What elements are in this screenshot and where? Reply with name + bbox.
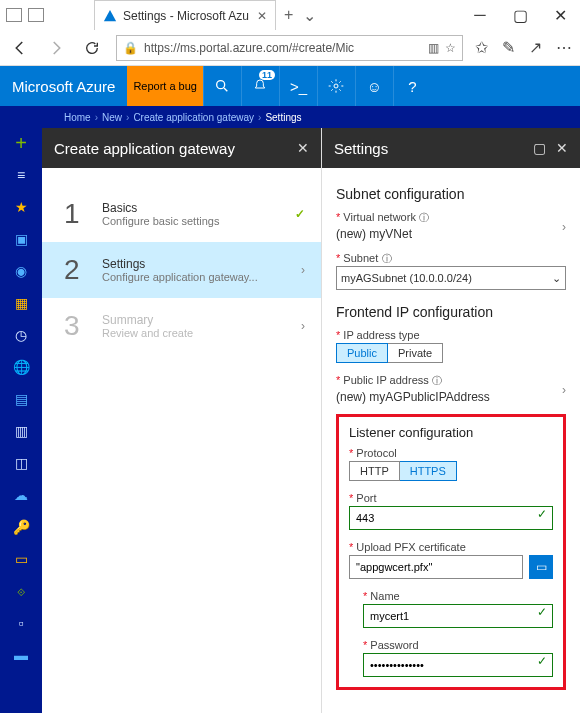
breadcrumb-current: Settings [265,112,301,123]
cert-name-input[interactable] [363,604,553,628]
check-icon: ✓ [537,604,547,618]
more-icon[interactable]: ⋯ [556,38,572,57]
svg-point-1 [217,81,225,89]
step-subtitle: Configure basic settings [102,215,219,227]
vnet-field[interactable]: Virtual network ⓘ (new) myVNet › [336,210,566,241]
billing-icon[interactable]: ▬ [11,646,31,664]
monitor-icon[interactable]: ▥ [11,422,31,440]
tab-group-icon[interactable] [6,8,22,22]
browse-file-button[interactable]: ▭ [529,555,553,579]
search-icon[interactable] [203,66,241,106]
check-icon: ✓ [537,653,547,667]
favorites-star-icon[interactable]: ★ [11,198,31,216]
tab-close-icon[interactable]: ✕ [257,9,267,23]
azure-brand[interactable]: Microsoft Azure [0,78,127,95]
resource-groups-icon[interactable]: ◉ [11,262,31,280]
share-icon[interactable]: ↗ [529,38,542,57]
cert-password-input[interactable] [363,653,553,677]
check-icon: ✓ [295,207,305,221]
storage-icon[interactable]: ▭ [11,550,31,568]
help-icon[interactable]: ? [393,66,431,106]
breadcrumb: Home› New› Create application gateway› S… [0,106,580,128]
favorite-icon[interactable]: ☆ [445,41,456,55]
key-icon[interactable]: 🔑 [11,518,31,536]
step-subtitle: Configure application gateway... [102,271,258,283]
all-services-icon[interactable]: ≡ [11,166,31,184]
pubip-value: (new) myAGPublicIPAddress [336,390,566,404]
window-titlebar: Settings - Microsoft Azu ✕ + ⌄ ─ ▢ ✕ [0,0,580,30]
tab-overflow-button[interactable]: ⌄ [303,6,316,25]
breadcrumb-item[interactable]: Create application gateway [133,112,254,123]
settings-gear-icon[interactable] [317,66,355,106]
protocol-label: Protocol [349,447,397,459]
blade-title: Settings [334,140,388,157]
port-label: Port [349,492,377,504]
favorites-hub-icon[interactable]: ✩ [475,38,488,57]
address-bar[interactable]: 🔒 https://ms.portal.azure.com/#create/Mi… [116,35,463,61]
left-rail: + ≡ ★ ▣ ◉ ▦ ◷ 🌐 ▤ ▥ ◫ ☁ 🔑 ▭ ⟐ ▫ ▬ [0,128,42,713]
lock-icon: 🔒 [123,41,138,55]
more-rail-icon[interactable]: ▫ [11,614,31,632]
pubip-field[interactable]: Public IP address ⓘ (new) myAGPublicIPAd… [336,373,566,404]
globe-icon[interactable]: 🌐 [11,358,31,376]
cloud-icon[interactable]: ☁ [11,486,31,504]
sql-icon[interactable]: ▤ [11,390,31,408]
notification-badge: 11 [259,70,275,80]
workspace: + ≡ ★ ▣ ◉ ▦ ◷ 🌐 ▤ ▥ ◫ ☁ 🔑 ▭ ⟐ ▫ ▬ Create… [0,128,580,713]
protocol-http-option[interactable]: HTTP [349,461,400,481]
tab-group-icon[interactable] [28,8,44,22]
wizard-step-summary[interactable]: 3 Summary Review and create › [42,298,321,354]
cloud-shell-icon[interactable]: >_ [279,66,317,106]
app-services-icon[interactable]: ▦ [11,294,31,312]
dashboard-icon[interactable]: ▣ [11,230,31,248]
network-icon[interactable]: ◫ [11,454,31,472]
azure-favicon-icon [103,9,117,23]
subnet-value: myAGSubnet (10.0.0.0/24) [341,272,472,284]
notifications-icon[interactable]: 11 [241,66,279,106]
iptype-private-option[interactable]: Private [388,343,443,363]
step-title: Basics [102,201,219,215]
iptype-public-option[interactable]: Public [336,343,388,363]
subnet-select[interactable]: myAGSubnet (10.0.0.0/24) ⌄ [336,266,566,290]
feedback-icon[interactable]: ☺ [355,66,393,106]
section-subnet-config: Subnet configuration [336,186,566,202]
info-icon[interactable]: ⓘ [419,212,429,223]
info-icon[interactable]: ⓘ [382,253,392,264]
window-minimize-button[interactable]: ─ [460,0,500,30]
new-tab-button[interactable]: + [284,6,293,24]
clock-icon[interactable]: ◷ [11,326,31,344]
refresh-button[interactable] [80,36,104,60]
create-resource-icon[interactable]: + [11,134,31,152]
browser-tab[interactable]: Settings - Microsoft Azu ✕ [94,0,276,30]
breadcrumb-item[interactable]: Home [64,112,91,123]
report-bug-button[interactable]: Report a bug [127,66,203,106]
reading-view-icon[interactable]: ▥ [428,41,439,55]
blade-maximize-icon[interactable]: ▢ [533,140,546,156]
vnet-value: (new) myVNet [336,227,566,241]
window-close-button[interactable]: ✕ [540,0,580,30]
blade-title: Create application gateway [54,140,235,157]
step-title: Settings [102,257,258,271]
protocol-https-option[interactable]: HTTPS [400,461,457,481]
wizard-step-basics[interactable]: 1 Basics Configure basic settings ✓ [42,186,321,242]
port-input[interactable] [349,506,553,530]
forward-button[interactable] [44,36,68,60]
section-frontend-ip: Frontend IP configuration [336,304,566,320]
back-button[interactable] [8,36,32,60]
create-gateway-blade: Create application gateway ✕ 1 Basics Co… [42,128,322,713]
breadcrumb-item[interactable]: New [102,112,122,123]
iptype-toggle: Public Private [336,343,566,363]
titlebar-left-controls [0,8,44,22]
window-maximize-button[interactable]: ▢ [500,0,540,30]
blade-close-icon[interactable]: ✕ [297,140,309,156]
vnet-icon[interactable]: ⟐ [11,582,31,600]
edit-icon[interactable]: ✎ [502,38,515,57]
upload-pfx-input[interactable] [349,555,523,579]
blade-close-icon[interactable]: ✕ [556,140,568,156]
step-title: Summary [102,313,193,327]
svg-marker-0 [104,9,116,20]
protocol-toggle: HTTP HTTPS [349,461,553,481]
wizard-step-settings[interactable]: 2 Settings Configure application gateway… [42,242,321,298]
blade-header: Create application gateway ✕ [42,128,321,168]
info-icon[interactable]: ⓘ [432,375,442,386]
